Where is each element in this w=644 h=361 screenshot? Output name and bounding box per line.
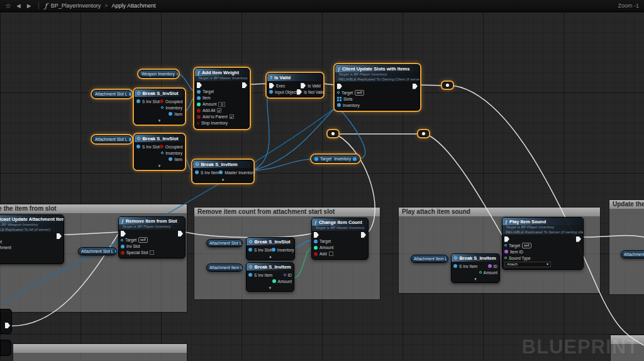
data-pin[interactable] xyxy=(248,273,252,277)
forward-icon[interactable]: ► xyxy=(26,3,33,9)
hollow-pin[interactable] xyxy=(337,91,340,94)
collapse-arrow-icon[interactable]: ▲ xyxy=(193,177,253,182)
checkbox[interactable] xyxy=(150,250,154,255)
checkbox[interactable]: ✓ xyxy=(217,108,221,113)
multicast-update-attachment-item[interactable]: ƒMulticast Update Attachment ItemTarget … xyxy=(0,214,64,264)
data-pin[interactable] xyxy=(129,92,132,96)
data-pin[interactable] xyxy=(121,245,125,248)
data-pin[interactable] xyxy=(337,103,341,107)
exec-pin[interactable] xyxy=(337,84,342,89)
data-pin[interactable] xyxy=(195,170,199,174)
self-tag[interactable]: self xyxy=(138,237,148,243)
data-pin[interactable] xyxy=(136,145,140,148)
data-pin[interactable] xyxy=(314,252,318,256)
data-pin[interactable] xyxy=(272,248,275,252)
remove-item-from-slot[interactable]: ƒRemove Item from SlotTarget is BP Playe… xyxy=(118,216,186,258)
break-s-invslot-2[interactable]: ◇Break S_InvSlotS Inv SlotOccupiedInvent… xyxy=(134,134,185,170)
get-attachment-item-l-c3[interactable]: Attachment Item L xyxy=(411,255,448,263)
get-attachment-slot-l-c2[interactable]: Attachment Slot L xyxy=(206,239,243,247)
break-s-invitem-c3[interactable]: ◇Break S_InvItemS Inv ItemIDAmount▼ xyxy=(451,253,500,283)
data-pin[interactable] xyxy=(269,90,273,94)
is-valid[interactable]: ?Is ValidExecIs ValidInput ObjectIs Not … xyxy=(267,73,323,97)
hollow-pin[interactable] xyxy=(504,244,507,247)
sound-type-dropdown[interactable]: Attach▾ xyxy=(504,262,551,267)
hollow-pin[interactable] xyxy=(479,271,482,274)
expand-arrow-icon[interactable]: ▼ xyxy=(135,119,184,124)
breadcrumb-leaf[interactable]: Apply Attachment xyxy=(112,3,156,9)
data-pin[interactable] xyxy=(197,115,201,119)
play-item-sound[interactable]: ƒPlay Item SoundTarget is BP Player Inve… xyxy=(502,217,584,270)
hollow-pin[interactable] xyxy=(161,152,164,154)
break-s-invitem-mid[interactable]: ◇Break S_InvItemS Inv ItemMaster Invento… xyxy=(192,160,253,183)
add-item-weight[interactable]: ƒAdd Item WeightTarget is BP Master Inve… xyxy=(194,68,250,129)
change-item-count[interactable]: ƒChange Item CountTarget is BP Master In… xyxy=(311,218,369,260)
exec-pin[interactable] xyxy=(297,89,302,95)
exec-pin[interactable] xyxy=(5,323,10,328)
data-pin[interactable] xyxy=(169,157,172,161)
checkbox[interactable] xyxy=(329,252,333,256)
expand-arrow-icon[interactable]: ▼ xyxy=(247,286,294,291)
exec-pin[interactable] xyxy=(269,83,274,89)
collapse-arrow-icon[interactable]: ▲ xyxy=(247,255,294,260)
hollow-pin[interactable] xyxy=(284,274,286,276)
expand-arrow-icon[interactable]: ▼ xyxy=(135,164,184,169)
data-pin[interactable] xyxy=(129,138,132,142)
data-pin[interactable] xyxy=(197,96,201,100)
get-attachment-slot-l-c1[interactable]: Attachment Slot L xyxy=(78,247,117,255)
self-tag[interactable]: self xyxy=(355,90,364,96)
exec-pin[interactable] xyxy=(301,83,306,89)
get-weapon-inventory[interactable]: Weapon Inventory xyxy=(138,70,179,78)
data-pin[interactable] xyxy=(453,264,457,268)
breadcrumb-root[interactable]: BP_PlayerInventory xyxy=(51,3,101,9)
data-pin[interactable] xyxy=(488,264,492,268)
exec-pin[interactable] xyxy=(121,231,126,236)
data-pin[interactable] xyxy=(314,157,318,161)
exec-pin[interactable] xyxy=(57,233,62,239)
break-s-invslot-c2[interactable]: ◇Break S_InvSlotS Inv SlotInventory▲ xyxy=(246,237,295,260)
get-attachment-item-c4[interactable]: Attachment Item L xyxy=(621,250,644,258)
array-pin[interactable] xyxy=(337,97,341,101)
checkbox[interactable]: ✓ xyxy=(230,114,234,119)
reroute-2[interactable] xyxy=(328,130,338,137)
favorite-icon[interactable]: ☆ xyxy=(5,3,11,9)
data-pin[interactable] xyxy=(169,112,172,116)
data-pin[interactable] xyxy=(136,99,140,103)
data-pin[interactable] xyxy=(353,157,357,161)
data-pin[interactable] xyxy=(160,145,164,148)
exec-pin[interactable] xyxy=(197,82,202,88)
node-fragment-1[interactable] xyxy=(0,309,12,334)
get-attachment-slot-l-2[interactable]: Attachment Slot L xyxy=(92,135,132,143)
node-fragment-2[interactable] xyxy=(0,340,11,356)
data-pin[interactable] xyxy=(272,279,276,283)
get-attachment-item-l-c2[interactable]: Attachment Item L xyxy=(206,264,243,272)
hollow-pin[interactable] xyxy=(121,239,123,242)
data-pin[interactable] xyxy=(197,90,201,94)
hollow-pin[interactable] xyxy=(197,122,199,125)
reroute-3[interactable] xyxy=(418,130,429,137)
expand-arrow-icon[interactable]: ▼ xyxy=(452,277,499,282)
data-pin[interactable] xyxy=(160,99,164,103)
data-pin[interactable] xyxy=(177,72,179,76)
exec-pin[interactable] xyxy=(504,236,509,242)
client-update-slots-with-items[interactable]: ƒClient Update Slots with ItemsTarget is… xyxy=(335,64,420,111)
exec-pin[interactable] xyxy=(314,232,319,238)
exec-pin[interactable] xyxy=(413,84,418,89)
break-s-invitem-c2[interactable]: ◇Break S_InvItemS Inv ItemIDAmount▼ xyxy=(246,262,294,292)
self-tag[interactable]: self xyxy=(522,243,531,248)
exec-pin[interactable] xyxy=(178,231,183,236)
get-attachment-slot-l-1[interactable]: Attachment Slot L xyxy=(92,90,132,98)
collapsed-target-inventory[interactable]: TargetInventory xyxy=(311,155,360,163)
reroute-1[interactable] xyxy=(442,82,453,89)
data-pin[interactable] xyxy=(504,250,508,253)
data-pin[interactable] xyxy=(115,250,117,253)
exec-pin[interactable] xyxy=(576,236,581,242)
data-pin[interactable] xyxy=(314,246,318,250)
data-pin[interactable] xyxy=(121,251,125,255)
data-pin[interactable] xyxy=(248,248,252,252)
break-s-invslot-1[interactable]: ◇Break S_InvSlotS Inv SlotOccupiedInvent… xyxy=(134,89,185,125)
exec-pin[interactable] xyxy=(361,232,366,238)
data-pin[interactable] xyxy=(219,170,223,174)
back-icon[interactable]: ◄ xyxy=(15,3,22,9)
hollow-pin[interactable] xyxy=(504,257,507,259)
exec-pin[interactable] xyxy=(242,82,247,88)
